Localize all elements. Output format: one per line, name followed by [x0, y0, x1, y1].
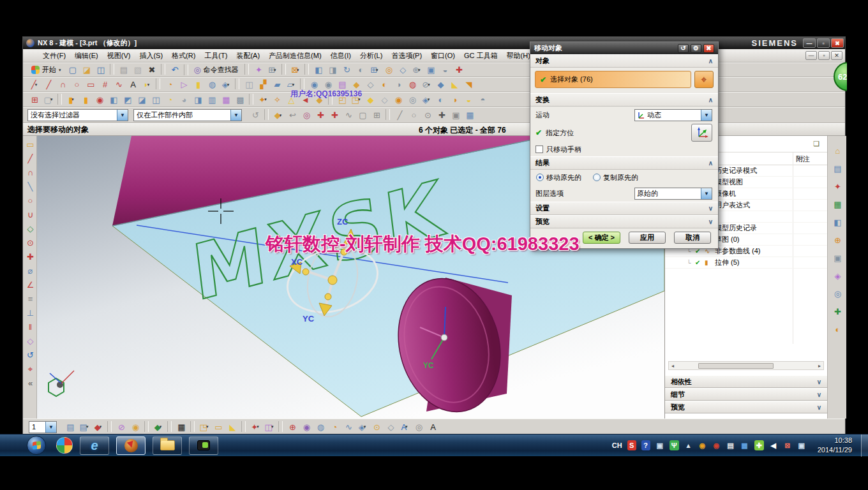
magnify-icon[interactable]: ◎ [412, 421, 425, 433]
annotation-icon[interactable]: A▾ [398, 421, 411, 433]
diameter-tool-icon[interactable]: ⌀ [24, 264, 36, 277]
dialog-reset-icon[interactable]: ↺ [678, 44, 689, 53]
chevron-down-icon[interactable]: ∨ [817, 391, 821, 398]
rotate-icon[interactable]: ↺ [24, 348, 36, 361]
immediate-hide-icon[interactable]: ⊕ [285, 421, 299, 433]
clip-section-icon[interactable]: ◒ [438, 64, 451, 76]
move-handles-only-checkbox[interactable] [535, 145, 543, 153]
intersect-body-icon[interactable]: ▦ [219, 94, 232, 106]
perpendicular-icon[interactable]: ⊥ [24, 306, 36, 319]
boss-icon[interactable]: ◧ [107, 94, 120, 106]
curve-icon[interactable]: ◐ [377, 78, 391, 91]
open-file-icon[interactable]: ◪ [80, 64, 93, 76]
plane-icon[interactable]: ◇ [363, 78, 377, 91]
invert-shown-icon[interactable]: ◉ [299, 421, 313, 433]
dialog-settings-gear-icon[interactable]: ⚙ [691, 44, 701, 53]
note-column-header[interactable]: 附注 [796, 154, 810, 164]
apply-button[interactable]: 应用 [629, 232, 666, 244]
fillet-tool-icon[interactable]: ∪ [24, 208, 36, 221]
polygon-tool-icon[interactable]: ◇ [24, 222, 36, 235]
move-to-layer-icon[interactable]: ◆▾ [91, 421, 105, 433]
shaded-view-icon[interactable]: ◨ [326, 64, 339, 76]
layer-settings-icon[interactable]: ▤ [63, 421, 77, 433]
delete-icon[interactable]: ✖ [145, 64, 158, 76]
parallel-icon[interactable]: ‖ [24, 320, 36, 333]
target-icon[interactable]: ⌖ [24, 362, 36, 375]
link-icon[interactable]: ✦ [251, 64, 265, 76]
copy-original-radio[interactable]: 复制原先的 [593, 173, 638, 182]
print-icon[interactable]: ▤ [117, 64, 130, 76]
objects-section-header[interactable]: 对象 ∧ [530, 54, 718, 68]
snap-mid-icon[interactable]: ∿ [341, 109, 355, 121]
measure-body-icon[interactable]: ◣ [225, 421, 239, 433]
fillet-icon[interactable]: ◥ [461, 78, 475, 91]
assembly-navigator-icon[interactable]: ⌂ [830, 145, 844, 156]
menu-tools[interactable]: 工具(T) [200, 50, 232, 62]
hd3d-tools-icon[interactable]: ◧ [830, 216, 844, 228]
snap-circle-icon[interactable]: ○ [407, 109, 420, 121]
refresh-view-icon[interactable]: ↻ [340, 64, 353, 76]
mdi-close-button[interactable]: ✕ [831, 51, 842, 60]
menu-analysis[interactable]: 分析(L) [355, 50, 387, 62]
network-error-icon[interactable]: ⊠ [783, 440, 792, 450]
menu-insert[interactable]: 插入(S) [135, 50, 167, 62]
constraint-icon[interactable]: ≡ [24, 292, 36, 305]
snap-end-icon[interactable]: ✚ [327, 109, 341, 121]
navigator-row-extrude[interactable]: └ ✔ ▮ 拉伸 (5) [665, 257, 827, 269]
extrude-small-icon[interactable]: ◗▾ [140, 78, 153, 91]
start-menu-button[interactable]: 开始▾ [27, 64, 65, 75]
nx-taskbar-button[interactable] [116, 436, 146, 455]
edit-display-icon[interactable]: ◈▾ [355, 421, 369, 433]
pocket-icon[interactable]: ◩ [121, 94, 134, 106]
start-button[interactable] [27, 436, 46, 455]
selection-filter-combo[interactable]: 没有选择过滤器 ▼ [27, 109, 128, 121]
mirror-icon[interactable]: ◇ [24, 334, 36, 347]
details-section[interactable]: 细节 ∨ [665, 388, 827, 401]
snap-line-icon[interactable]: ╱ [393, 109, 406, 121]
spline-icon[interactable]: ∿ [112, 78, 125, 91]
chevron-down-icon[interactable]: ▼ [701, 188, 712, 199]
pad-icon[interactable]: ◪ [135, 94, 148, 106]
hole-icon[interactable]: ◉ [93, 94, 106, 106]
chevron-down-icon[interactable]: ∨ [708, 218, 713, 225]
groove-icon[interactable]: ◔ [163, 94, 176, 106]
show-desktop-button[interactable] [861, 434, 868, 457]
highlight-icon[interactable]: ◎ [299, 109, 313, 121]
replace-face-icon[interactable]: ◑ [447, 94, 461, 106]
profile-icon[interactable]: ╱▾ [27, 78, 41, 91]
render-style-icon[interactable]: ◎ [382, 64, 395, 76]
arc-tool-icon[interactable]: ∩ [24, 166, 36, 179]
font-icon[interactable]: A [426, 421, 439, 433]
mdi-minimize-button[interactable]: — [805, 51, 817, 60]
paste-icon[interactable]: ▧ [131, 64, 144, 76]
preview-section-header[interactable]: 预览 ∨ [530, 215, 718, 228]
zoom-icon[interactable]: ⊕▾ [410, 64, 423, 76]
thicken-icon[interactable]: ◇ [377, 94, 391, 106]
minimize-button[interactable]: — [803, 38, 816, 48]
mdi-restore-button[interactable]: ▫ [818, 51, 830, 60]
select-object-row[interactable]: ✔ 选择对象 (76) [535, 71, 691, 88]
layer-option-combo[interactable]: 原始的 ▼ [634, 188, 712, 200]
scroll-right-icon[interactable]: ▸ [816, 363, 823, 369]
speaker-icon[interactable]: ◀ [769, 440, 778, 450]
show-icon[interactable]: ◍ [313, 421, 327, 433]
edge-blend-icon[interactable]: ✦▾ [256, 94, 269, 106]
menu-preferences[interactable]: 首选项(P) [387, 50, 426, 62]
restore-button[interactable]: ▫ [817, 38, 830, 48]
plus-icon[interactable]: ✚ [452, 64, 465, 76]
extrude-icon[interactable]: ▮ [191, 78, 204, 91]
pattern-icon[interactable]: ◈▾ [219, 78, 232, 91]
section-icon[interactable]: ◉ [128, 421, 142, 433]
shell-icon[interactable]: ◫ [242, 78, 255, 91]
scrollbar-thumb[interactable] [698, 363, 774, 369]
full-screen-icon[interactable]: ⊠▾ [288, 64, 302, 76]
title-bar[interactable]: NX 8 - 建模 - [3.prt （修改的）] SIEMENS —▫✖ [23, 37, 845, 49]
selection-scope-combo[interactable]: 仅在工作部件内部 ▼ [133, 109, 242, 121]
rectangle-icon[interactable]: ▭ [84, 78, 97, 91]
surface-icon[interactable]: ◑ [391, 78, 405, 91]
chevron-up-icon[interactable]: ∧ [708, 57, 713, 64]
grid-icon[interactable]: ▦ [174, 421, 188, 433]
explorer-taskbar-button[interactable] [153, 436, 182, 455]
internet-explorer-icon[interactable]: ⊕ [830, 234, 844, 246]
offset-icon[interactable]: ◍ [405, 78, 419, 91]
